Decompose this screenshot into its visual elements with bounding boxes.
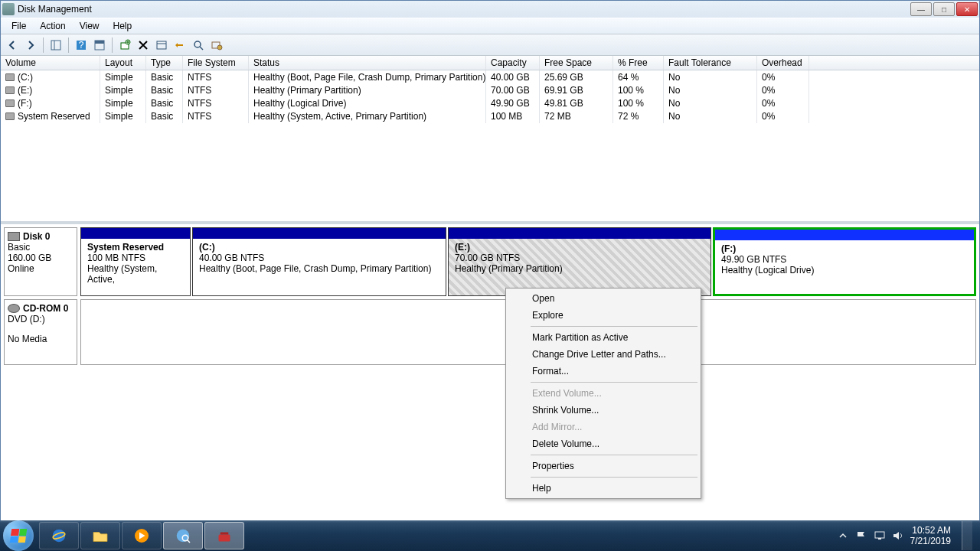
tray-chevron-icon[interactable] — [837, 530, 849, 542]
svg-line-19 — [187, 540, 190, 543]
show-desktop-button[interactable] — [962, 521, 972, 550]
disk-row-disk0: Disk 0 Basic 160.00 GB Online System Res… — [4, 227, 976, 296]
cdrom0-label[interactable]: CD-ROM 0 DVD (D:) No Media — [4, 299, 77, 365]
disk-icon — [8, 232, 20, 241]
svg-point-10 — [194, 41, 201, 47]
context-item[interactable]: Help — [508, 480, 699, 497]
taskbar-clock[interactable]: 10:52 AM 7/21/2019 — [910, 525, 951, 546]
svg-point-13 — [217, 45, 222, 50]
disk0-size: 160.00 GB — [8, 253, 74, 263]
col-filesystem[interactable]: File System — [183, 56, 249, 70]
svg-rect-8 — [157, 41, 166, 49]
volume-list[interactable]: Volume Layout Type File System Status Ca… — [1, 56, 979, 224]
find-button[interactable] — [190, 37, 207, 54]
volume-icon — [5, 73, 15, 81]
show-hide-console-tree-button[interactable] — [47, 37, 64, 54]
help-button[interactable]: ? — [73, 37, 90, 54]
cdrom0-type: DVD (D:) — [8, 314, 74, 324]
col-pctfree[interactable]: % Free — [613, 56, 664, 70]
svg-rect-0 — [51, 41, 60, 50]
table-row[interactable]: (E:)SimpleBasicNTFSHealthy (Primary Part… — [1, 83, 979, 96]
context-item: Extend Volume... — [508, 385, 699, 402]
context-item[interactable]: Shrink Volume... — [508, 402, 699, 419]
menu-view[interactable]: View — [74, 19, 106, 33]
titlebar[interactable]: Disk Management — □ ✕ — [1, 1, 979, 18]
volume-list-header: Volume Layout Type File System Status Ca… — [1, 56, 979, 70]
taskbar-app1[interactable] — [163, 522, 203, 549]
disk0-label[interactable]: Disk 0 Basic 160.00 GB Online — [4, 227, 77, 296]
col-fault[interactable]: Fault Tolerance — [664, 56, 757, 70]
tray-volume-icon[interactable] — [892, 530, 904, 542]
partition-f[interactable]: (F:) 49.90 GB NTFS Healthy (Logical Driv… — [713, 227, 976, 296]
taskbar-app2[interactable] — [204, 522, 244, 549]
taskbar[interactable]: 10:52 AM 7/21/2019 — [0, 520, 980, 551]
col-overhead[interactable]: Overhead — [757, 56, 809, 70]
settings-button[interactable] — [208, 37, 225, 54]
context-item: Add Mirror... — [508, 419, 699, 435]
col-layout[interactable]: Layout — [100, 56, 146, 70]
taskbar-media-player[interactable] — [122, 522, 162, 549]
taskbar-ie[interactable] — [39, 522, 79, 549]
col-volume[interactable]: Volume — [1, 56, 100, 70]
context-item[interactable]: Format... — [508, 363, 699, 380]
delete-button[interactable] — [135, 37, 152, 54]
svg-rect-20 — [219, 535, 230, 542]
cdrom-icon — [8, 304, 20, 313]
context-item[interactable]: Mark Partition as Active — [508, 329, 699, 346]
start-button[interactable] — [3, 520, 34, 551]
svg-line-11 — [200, 47, 203, 50]
table-row[interactable]: (F:)SimpleBasicNTFSHealthy (Logical Driv… — [1, 96, 979, 109]
svg-rect-21 — [220, 533, 229, 535]
table-row[interactable]: System ReservedSimpleBasicNTFSHealthy (S… — [1, 109, 979, 122]
system-tray[interactable]: 10:52 AM 7/21/2019 — [837, 521, 977, 550]
tray-flag-icon[interactable] — [855, 530, 867, 542]
context-item[interactable]: Properties — [508, 458, 699, 474]
volume-icon — [5, 112, 15, 120]
volume-icon — [5, 99, 15, 107]
svg-text:?: ? — [79, 40, 84, 51]
window-title: Disk Management — [18, 4, 910, 15]
context-item[interactable]: Delete Volume... — [508, 435, 699, 452]
partition-e[interactable]: (E:) 70.00 GB NTFS Healthy (Primary Part… — [448, 227, 711, 296]
context-item[interactable]: Open — [508, 290, 699, 307]
tray-network-icon[interactable] — [874, 530, 886, 542]
back-button[interactable] — [4, 37, 21, 54]
cdrom0-name: CD-ROM 0 — [23, 303, 68, 314]
cdrom0-state: No Media — [8, 334, 74, 344]
toolbar: ? — [1, 34, 979, 56]
partition-c[interactable]: (C:) 40.00 GB NTFS Healthy (Boot, Page F… — [192, 227, 446, 296]
disk0-state: Online — [8, 263, 74, 274]
create-vhd-button[interactable] — [116, 37, 133, 54]
menu-file[interactable]: File — [5, 19, 32, 33]
refresh-button[interactable] — [153, 37, 170, 54]
col-freespace[interactable]: Free Space — [540, 56, 613, 70]
minimize-button[interactable]: — — [910, 2, 932, 16]
svg-rect-23 — [878, 538, 881, 540]
menu-help[interactable]: Help — [107, 19, 139, 33]
col-type[interactable]: Type — [146, 56, 183, 70]
disk0-type: Basic — [8, 242, 74, 253]
taskbar-explorer[interactable] — [80, 522, 120, 549]
disk-map: Disk 0 Basic 160.00 GB Online System Res… — [1, 224, 979, 521]
svg-rect-5 — [95, 41, 104, 44]
context-item[interactable]: Change Drive Letter and Paths... — [508, 346, 699, 363]
disk-row-cdrom0: CD-ROM 0 DVD (D:) No Media — [4, 299, 976, 365]
volume-icon — [5, 86, 15, 94]
menubar: File Action View Help — [1, 18, 979, 34]
context-menu[interactable]: OpenExploreMark Partition as ActiveChang… — [505, 288, 701, 499]
table-row[interactable]: (C:)SimpleBasicNTFSHealthy (Boot, Page F… — [1, 70, 979, 83]
maximize-button[interactable]: □ — [933, 2, 955, 16]
col-capacity[interactable]: Capacity — [486, 56, 540, 70]
partition-system-reserved[interactable]: System Reserved 100 MB NTFS Healthy (Sys… — [80, 227, 191, 296]
forward-button[interactable] — [22, 37, 39, 54]
svg-rect-22 — [875, 532, 884, 538]
menu-action[interactable]: Action — [34, 19, 71, 33]
disk-management-window: Disk Management — □ ✕ File Action View H… — [0, 0, 980, 551]
app-icon — [2, 3, 15, 15]
view-settings-button[interactable] — [91, 37, 108, 54]
rescan-button[interactable] — [172, 37, 188, 54]
col-status[interactable]: Status — [249, 56, 486, 70]
disk0-name: Disk 0 — [23, 231, 50, 242]
context-item[interactable]: Explore — [508, 307, 699, 324]
close-button[interactable]: ✕ — [956, 2, 978, 16]
